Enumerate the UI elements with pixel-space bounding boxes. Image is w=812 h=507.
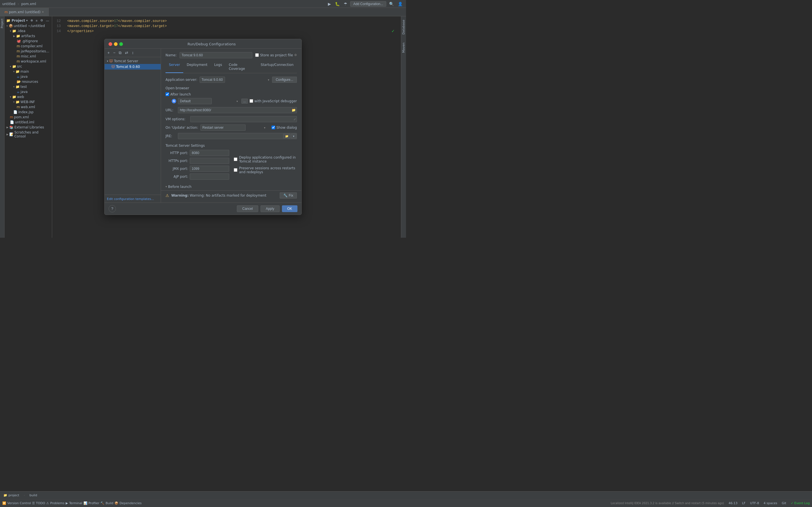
ajp-port-input[interactable] [190, 173, 229, 180]
browse-more-button[interactable]: ... [241, 99, 248, 104]
browser-select-wrapper: Default ▾ [178, 98, 240, 104]
dialog-footer: ? Cancel Apply OK [105, 203, 301, 215]
open-browser-section: Open browser After launch G Default [165, 85, 297, 104]
https-port-input[interactable] [190, 158, 229, 164]
ok-button[interactable]: OK [282, 205, 297, 212]
config-tree: ▾ 🐱 Tomcat Server 🐱 Tomcat 9.0.60 [105, 57, 161, 194]
vm-options-row: VM options: ⤢ [165, 116, 297, 122]
fix-button[interactable]: 🔧 Fix [280, 192, 297, 199]
on-update-select[interactable]: Restart server [200, 124, 246, 131]
config-item-tomcat-9060[interactable]: 🐱 Tomcat 9.0.60 [105, 64, 161, 69]
store-project-section: Store as project file ⚙ [255, 53, 297, 57]
ports-column: HTTP port: HTTPs port: JMX port: [165, 150, 229, 180]
url-folder-icon: 📁 [292, 108, 296, 112]
before-launch-section: ▾ Before launch [165, 185, 297, 190]
jmx-port-input[interactable] [190, 166, 229, 172]
http-port-label: HTTP port: [165, 151, 188, 155]
after-launch-label: After launch [165, 93, 191, 96]
preserve-sessions-row: Preserve sessions across restarts and re… [234, 166, 297, 174]
app-server-row: Application server: Tomcat 9.0.60 ▾ Conf… [165, 76, 297, 83]
traffic-lights [109, 42, 123, 46]
http-port-input[interactable] [190, 150, 229, 156]
app-server-control: Tomcat 9.0.60 ▾ Configure... [200, 76, 297, 83]
tomcat-item-icon: 🐱 [111, 65, 115, 69]
help-button[interactable]: ? [109, 205, 116, 212]
warning-strong: Warning: [171, 193, 189, 198]
jre-buttons: 📁 ▾ [283, 133, 296, 138]
js-debugger-checkbox[interactable] [250, 99, 253, 103]
preserve-sessions-checkbox[interactable] [234, 168, 238, 172]
tab-server[interactable]: Server [165, 61, 183, 73]
apply-button[interactable]: Apply [260, 205, 280, 212]
tab-startup-connection[interactable]: Startup/Connection [257, 61, 297, 73]
warning-bar: ⚠ Warning: Warning: No artifacts marked … [161, 190, 301, 200]
ajp-port-label: AJP port: [165, 175, 188, 179]
jmx-port-label: JMX port: [165, 167, 188, 171]
jre-input[interactable] [178, 133, 297, 139]
maximize-window-button[interactable] [119, 42, 123, 46]
checkboxes-column: Deploy applications configured in Tomcat… [234, 150, 297, 180]
cancel-button[interactable]: Cancel [237, 205, 258, 212]
jmx-port-row: JMX port: [165, 166, 229, 172]
config-toolbar: + − ⧉ ⇄ ↕ [105, 49, 161, 57]
browser-select-row: G Default ▾ ... with JavaScript debugger [172, 98, 297, 104]
fix-label: Fix [289, 193, 293, 198]
sort-config-button[interactable]: ↕ [131, 50, 135, 55]
fix-icon: 🔧 [283, 193, 288, 198]
server-settings-grid: HTTP port: HTTPs port: JMX port: [165, 150, 297, 180]
add-config-button[interactable]: + [106, 50, 111, 55]
open-browser-title: Open browser [165, 86, 297, 90]
before-launch-header[interactable]: ▾ Before launch [165, 185, 297, 189]
edit-templates-link[interactable]: Edit configuration templates... [107, 197, 154, 201]
show-dialog-label: Show dialog [271, 126, 297, 129]
deploy-apps-checkbox[interactable] [234, 158, 238, 161]
config-group-tomcat[interactable]: ▾ 🐱 Tomcat Server [105, 58, 161, 64]
dialog-overlay: Run/Debug Configurations + − ⧉ ⇄ ↕ ▾ 🐱 T… [0, 0, 406, 253]
deploy-apps-label: Deploy applications configured in Tomcat… [239, 156, 297, 163]
browser-select-arrow: ▾ [237, 100, 238, 103]
name-label: Name: [165, 53, 177, 57]
vm-input-wrapper: ⤢ [190, 116, 297, 122]
browser-after-launch-row: After launch [165, 93, 297, 96]
run-debug-dialog: Run/Debug Configurations + − ⧉ ⇄ ↕ ▾ 🐱 T… [104, 39, 302, 215]
http-port-row: HTTP port: [165, 150, 229, 156]
url-label: URL: [165, 108, 175, 112]
dialog-footer-buttons: Cancel Apply OK [237, 205, 297, 212]
details-header: Name: Store as project file ⚙ [165, 52, 297, 58]
vm-options-input[interactable] [190, 116, 297, 122]
tab-deployment[interactable]: Deployment [183, 61, 211, 73]
close-window-button[interactable] [109, 42, 112, 46]
config-panel: + − ⧉ ⇄ ↕ ▾ 🐱 Tomcat Server 🐱 Tomcat 9.0… [105, 49, 161, 203]
url-input-wrapper: 📁 [178, 107, 297, 113]
preserve-sessions-label: Preserve sessions across restarts and re… [239, 166, 297, 174]
minimize-window-button[interactable] [114, 42, 117, 46]
configure-button[interactable]: Configure... [272, 76, 297, 83]
store-project-checkbox[interactable] [255, 53, 259, 57]
on-update-row: On 'Update' action: Restart server ▾ Sho… [165, 124, 297, 131]
app-server-label: Application server: [165, 78, 197, 82]
warning-icon: ⚠ [165, 193, 169, 198]
store-project-label: Store as project file [260, 53, 293, 57]
remove-config-button[interactable]: − [112, 50, 116, 55]
warning-text: Warning: Warning: No artifacts marked fo… [171, 193, 277, 198]
on-update-label: On 'Update' action: [165, 126, 198, 129]
config-tabs: Server Deployment Logs Code Coverage Sta… [165, 61, 297, 73]
move-config-button[interactable]: ⇄ [124, 50, 130, 55]
store-project-settings-icon[interactable]: ⚙ [294, 53, 297, 57]
after-launch-checkbox[interactable] [165, 93, 169, 96]
dialog-body: + − ⧉ ⇄ ↕ ▾ 🐱 Tomcat Server 🐱 Tomcat 9.0… [105, 49, 301, 203]
browser-select[interactable]: Default [178, 98, 212, 104]
https-port-row: HTTPs port: [165, 158, 229, 164]
jre-folder-button[interactable]: 📁 [283, 133, 290, 138]
https-port-label: HTTPs port: [165, 159, 188, 163]
dialog-title-bar: Run/Debug Configurations [105, 39, 301, 49]
tab-code-coverage[interactable]: Code Coverage [225, 61, 257, 73]
app-server-select[interactable]: Tomcat 9.0.60 [200, 76, 225, 83]
tab-logs[interactable]: Logs [211, 61, 225, 73]
show-dialog-checkbox[interactable] [271, 126, 275, 129]
jre-dropdown-button[interactable]: ▾ [291, 133, 296, 138]
name-input[interactable] [180, 52, 252, 58]
url-input[interactable] [178, 107, 297, 113]
copy-config-button[interactable]: ⧉ [117, 50, 123, 56]
config-footer: Edit configuration templates... [105, 194, 161, 203]
